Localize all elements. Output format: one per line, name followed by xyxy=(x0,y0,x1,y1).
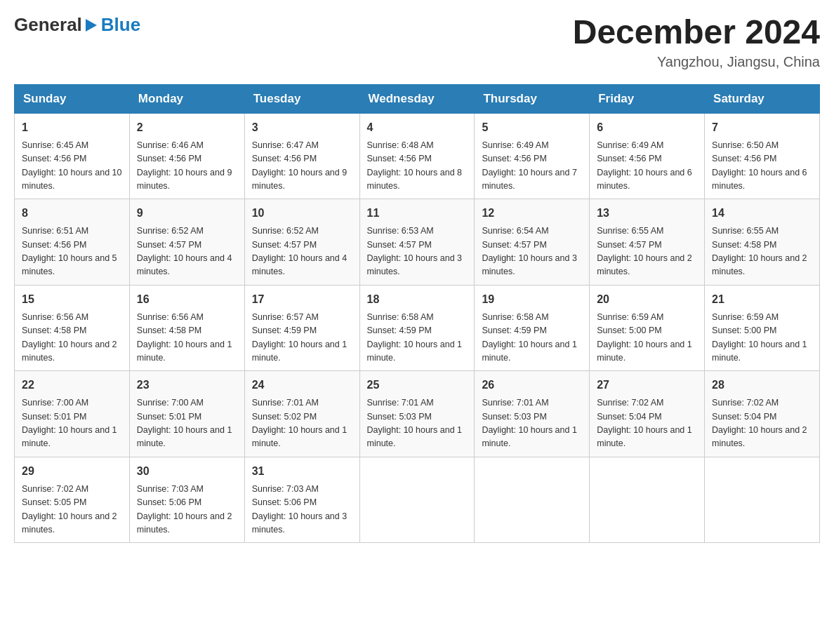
day-number: 13 xyxy=(597,205,697,222)
day-number: 7 xyxy=(712,119,812,136)
day-info: Sunrise: 7:00 AM Sunset: 5:01 PM Dayligh… xyxy=(137,396,237,451)
table-row: 27 Sunrise: 7:02 AM Sunset: 5:04 PM Dayl… xyxy=(590,371,705,457)
day-number: 8 xyxy=(22,205,122,222)
day-number: 22 xyxy=(22,377,122,394)
day-info: Sunrise: 6:46 AM Sunset: 4:56 PM Dayligh… xyxy=(137,139,237,194)
logo-triangle-icon xyxy=(83,18,98,33)
day-info: Sunrise: 6:56 AM Sunset: 4:58 PM Dayligh… xyxy=(137,311,237,365)
day-info: Sunrise: 6:57 AM Sunset: 4:59 PM Dayligh… xyxy=(252,311,352,365)
day-info: Sunrise: 6:49 AM Sunset: 4:56 PM Dayligh… xyxy=(597,139,697,194)
header-friday: Friday xyxy=(590,84,705,113)
day-info: Sunrise: 6:55 AM Sunset: 4:58 PM Dayligh… xyxy=(712,224,812,279)
table-row: 16 Sunrise: 6:56 AM Sunset: 4:58 PM Dayl… xyxy=(129,285,244,371)
table-row xyxy=(359,457,475,543)
table-row: 19 Sunrise: 6:58 AM Sunset: 4:59 PM Dayl… xyxy=(475,285,590,371)
day-info: Sunrise: 7:02 AM Sunset: 5:04 PM Dayligh… xyxy=(712,396,812,451)
day-number: 25 xyxy=(367,377,468,394)
day-number: 20 xyxy=(597,291,697,308)
day-info: Sunrise: 6:56 AM Sunset: 4:58 PM Dayligh… xyxy=(22,311,122,365)
day-info: Sunrise: 7:00 AM Sunset: 5:01 PM Dayligh… xyxy=(22,396,122,451)
day-info: Sunrise: 6:53 AM Sunset: 4:57 PM Dayligh… xyxy=(367,224,468,279)
day-info: Sunrise: 7:01 AM Sunset: 5:02 PM Dayligh… xyxy=(252,396,352,451)
day-info: Sunrise: 6:47 AM Sunset: 4:56 PM Dayligh… xyxy=(252,139,352,194)
table-row xyxy=(590,457,705,543)
day-number: 19 xyxy=(482,291,582,308)
table-row: 29 Sunrise: 7:02 AM Sunset: 5:05 PM Dayl… xyxy=(15,457,130,543)
day-info: Sunrise: 7:01 AM Sunset: 5:03 PM Dayligh… xyxy=(367,396,468,451)
page-header: General Blue December 2024 Yangzhou, Jia… xyxy=(14,14,820,70)
table-row: 2 Sunrise: 6:46 AM Sunset: 4:56 PM Dayli… xyxy=(129,113,244,199)
table-row: 24 Sunrise: 7:01 AM Sunset: 5:02 PM Dayl… xyxy=(244,371,359,457)
day-number: 16 xyxy=(137,291,237,308)
table-row: 11 Sunrise: 6:53 AM Sunset: 4:57 PM Dayl… xyxy=(359,199,475,286)
day-info: Sunrise: 6:58 AM Sunset: 4:59 PM Dayligh… xyxy=(482,311,582,365)
day-info: Sunrise: 7:02 AM Sunset: 5:04 PM Dayligh… xyxy=(597,396,697,451)
table-row: 28 Sunrise: 7:02 AM Sunset: 5:04 PM Dayl… xyxy=(705,371,820,457)
day-info: Sunrise: 6:54 AM Sunset: 4:57 PM Dayligh… xyxy=(482,224,582,279)
table-row: 5 Sunrise: 6:49 AM Sunset: 4:56 PM Dayli… xyxy=(475,113,590,199)
day-number: 2 xyxy=(137,119,237,136)
day-info: Sunrise: 6:51 AM Sunset: 4:56 PM Dayligh… xyxy=(22,224,122,279)
svg-marker-0 xyxy=(86,19,97,32)
day-number: 12 xyxy=(482,205,582,222)
table-row xyxy=(705,457,820,543)
table-row: 14 Sunrise: 6:55 AM Sunset: 4:58 PM Dayl… xyxy=(705,199,820,286)
day-info: Sunrise: 7:01 AM Sunset: 5:03 PM Dayligh… xyxy=(482,396,582,451)
table-row: 31 Sunrise: 7:03 AM Sunset: 5:06 PM Dayl… xyxy=(244,457,359,543)
table-row: 12 Sunrise: 6:54 AM Sunset: 4:57 PM Dayl… xyxy=(475,199,590,286)
table-row: 6 Sunrise: 6:49 AM Sunset: 4:56 PM Dayli… xyxy=(590,113,705,199)
day-info: Sunrise: 7:03 AM Sunset: 5:06 PM Dayligh… xyxy=(252,483,352,537)
day-info: Sunrise: 7:02 AM Sunset: 5:05 PM Dayligh… xyxy=(22,483,122,537)
table-row: 20 Sunrise: 6:59 AM Sunset: 5:00 PM Dayl… xyxy=(590,285,705,371)
calendar-week-4: 22 Sunrise: 7:00 AM Sunset: 5:01 PM Dayl… xyxy=(15,371,820,457)
table-row: 4 Sunrise: 6:48 AM Sunset: 4:56 PM Dayli… xyxy=(359,113,475,199)
day-info: Sunrise: 7:03 AM Sunset: 5:06 PM Dayligh… xyxy=(137,483,237,537)
day-number: 15 xyxy=(22,291,122,308)
location-text: Yangzhou, Jiangsu, China xyxy=(573,54,820,70)
day-number: 18 xyxy=(367,291,468,308)
day-info: Sunrise: 6:59 AM Sunset: 5:00 PM Dayligh… xyxy=(712,311,812,365)
day-info: Sunrise: 6:58 AM Sunset: 4:59 PM Dayligh… xyxy=(367,311,468,365)
table-row: 18 Sunrise: 6:58 AM Sunset: 4:59 PM Dayl… xyxy=(359,285,475,371)
calendar-week-1: 1 Sunrise: 6:45 AM Sunset: 4:56 PM Dayli… xyxy=(15,113,820,199)
header-tuesday: Tuesday xyxy=(244,84,359,113)
table-row: 1 Sunrise: 6:45 AM Sunset: 4:56 PM Dayli… xyxy=(15,113,130,199)
day-number: 6 xyxy=(597,119,697,136)
day-info: Sunrise: 6:59 AM Sunset: 5:00 PM Dayligh… xyxy=(597,311,697,365)
calendar-week-3: 15 Sunrise: 6:56 AM Sunset: 4:58 PM Dayl… xyxy=(15,285,820,371)
day-number: 23 xyxy=(137,377,237,394)
table-row: 10 Sunrise: 6:52 AM Sunset: 4:57 PM Dayl… xyxy=(244,199,359,286)
day-number: 17 xyxy=(252,291,352,308)
day-number: 27 xyxy=(597,377,697,394)
table-row: 9 Sunrise: 6:52 AM Sunset: 4:57 PM Dayli… xyxy=(129,199,244,286)
day-number: 26 xyxy=(482,377,582,394)
day-info: Sunrise: 6:52 AM Sunset: 4:57 PM Dayligh… xyxy=(137,224,237,279)
header-wednesday: Wednesday xyxy=(359,84,475,113)
header-saturday: Saturday xyxy=(705,84,820,113)
month-title: December 2024 xyxy=(573,14,820,51)
day-number: 21 xyxy=(712,291,812,308)
header-thursday: Thursday xyxy=(475,84,590,113)
day-number: 1 xyxy=(22,119,122,136)
table-row: 26 Sunrise: 7:01 AM Sunset: 5:03 PM Dayl… xyxy=(475,371,590,457)
table-row: 30 Sunrise: 7:03 AM Sunset: 5:06 PM Dayl… xyxy=(129,457,244,543)
day-number: 29 xyxy=(22,463,122,480)
table-row: 23 Sunrise: 7:00 AM Sunset: 5:01 PM Dayl… xyxy=(129,371,244,457)
day-number: 5 xyxy=(482,119,582,136)
day-number: 9 xyxy=(137,205,237,222)
day-info: Sunrise: 6:50 AM Sunset: 4:56 PM Dayligh… xyxy=(712,139,812,194)
calendar-week-5: 29 Sunrise: 7:02 AM Sunset: 5:05 PM Dayl… xyxy=(15,457,820,543)
day-number: 14 xyxy=(712,205,812,222)
logo-general-text: General xyxy=(14,14,82,36)
day-number: 10 xyxy=(252,205,352,222)
day-number: 4 xyxy=(367,119,468,136)
day-info: Sunrise: 6:55 AM Sunset: 4:57 PM Dayligh… xyxy=(597,224,697,279)
title-section: December 2024 Yangzhou, Jiangsu, China xyxy=(573,14,820,70)
table-row: 3 Sunrise: 6:47 AM Sunset: 4:56 PM Dayli… xyxy=(244,113,359,199)
table-row: 15 Sunrise: 6:56 AM Sunset: 4:58 PM Dayl… xyxy=(15,285,130,371)
day-number: 30 xyxy=(137,463,237,480)
logo-blue-text: Blue xyxy=(101,14,140,35)
calendar-week-2: 8 Sunrise: 6:51 AM Sunset: 4:56 PM Dayli… xyxy=(15,199,820,286)
table-row: 21 Sunrise: 6:59 AM Sunset: 5:00 PM Dayl… xyxy=(705,285,820,371)
table-row xyxy=(475,457,590,543)
